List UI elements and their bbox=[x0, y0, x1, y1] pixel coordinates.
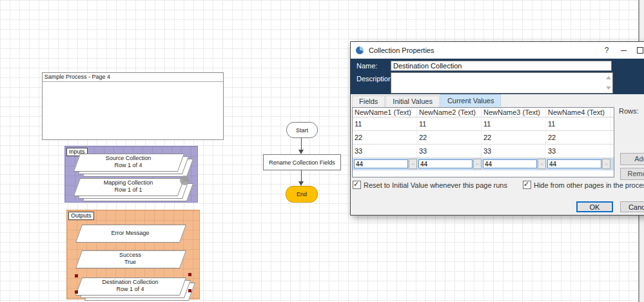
inputs-region[interactable]: Inputs Source Collection Row 1 of 4 Mapp… bbox=[64, 146, 198, 203]
selection-handle[interactable] bbox=[75, 290, 78, 294]
flow-connector bbox=[301, 137, 302, 150]
success-stage[interactable]: Success True bbox=[79, 250, 182, 267]
cell-value-input[interactable] bbox=[547, 159, 601, 168]
collection-row-indicator: Row 1 of 1 bbox=[77, 186, 180, 194]
maximize-icon bbox=[637, 47, 643, 54]
tab-fields[interactable]: Fields bbox=[352, 96, 385, 107]
edit-cell: .. bbox=[482, 159, 546, 169]
table-edit-row: .. .. .. .. bbox=[353, 158, 614, 170]
table-row[interactable]: 33 33 33 33 bbox=[353, 145, 614, 158]
name-label: Name: bbox=[356, 62, 377, 70]
grid-header-row: NewName1 (Text) NewName2 (Text) NewName3… bbox=[353, 108, 614, 117]
flow-connector bbox=[301, 170, 302, 182]
arrow-down-icon bbox=[298, 181, 304, 186]
dialog-header-panel: Name: Description: bbox=[351, 59, 644, 94]
cell[interactable]: 22 bbox=[353, 131, 417, 144]
edit-cell: .. bbox=[546, 159, 610, 169]
cell-value-input[interactable] bbox=[354, 159, 408, 168]
tab-current-values[interactable]: Current Values bbox=[440, 94, 502, 107]
checkbox-label: Reset to Initial Value whenever this pag… bbox=[364, 181, 507, 189]
edit-cell: .. bbox=[417, 159, 482, 169]
cell[interactable]: 33 bbox=[482, 145, 546, 157]
add-row-button[interactable]: Add bbox=[620, 153, 644, 165]
cell[interactable]: 33 bbox=[353, 145, 417, 157]
start-node-label: Start bbox=[296, 127, 308, 134]
data-item-value: True bbox=[79, 259, 182, 266]
scroll-up-icon[interactable] bbox=[606, 76, 611, 79]
mapping-collection-stage[interactable]: Mapping Collection Row 1 of 1 bbox=[77, 178, 180, 195]
destination-collection-stage[interactable]: Destination Collection Row 1 of 4 bbox=[79, 277, 182, 294]
cancel-button[interactable]: Cancel bbox=[620, 201, 644, 212]
checkbox-checked-icon bbox=[353, 181, 361, 189]
outputs-region[interactable]: Outputs Error Message Success True Desti… bbox=[66, 210, 200, 299]
description-input[interactable] bbox=[391, 72, 613, 94]
dialog-title: Collection Properties bbox=[369, 46, 598, 54]
properties-tabs: Fields Initial Values Current Values bbox=[352, 96, 502, 107]
hide-pages-checkbox[interactable]: Hide from other pages in the process bbox=[523, 181, 644, 189]
cell[interactable]: 11 bbox=[482, 117, 546, 130]
cell[interactable]: 11 bbox=[353, 117, 417, 130]
reset-initial-checkbox[interactable]: Reset to Initial Value whenever this pag… bbox=[353, 181, 507, 189]
cell[interactable]: 33 bbox=[546, 145, 610, 157]
selection-handle[interactable] bbox=[188, 289, 191, 292]
maximize-button[interactable] bbox=[632, 46, 644, 55]
ellipsis-button[interactable]: .. bbox=[602, 159, 610, 169]
cell[interactable]: 22 bbox=[482, 131, 546, 144]
minimize-button[interactable] bbox=[615, 46, 632, 55]
help-button[interactable]: ? bbox=[598, 46, 615, 55]
collection-row-indicator: Row 1 of 4 bbox=[77, 162, 180, 169]
data-item-title: Error Message bbox=[79, 230, 182, 237]
tab-initial-values[interactable]: Initial Values bbox=[385, 96, 440, 107]
checkbox-checked-icon bbox=[523, 181, 531, 189]
action-node-label: Rename Collection Fields bbox=[269, 159, 335, 166]
cell-value-input[interactable] bbox=[483, 159, 537, 168]
collection-properties-dialog: Collection Properties ? Name: Descriptio… bbox=[350, 41, 644, 216]
cell[interactable]: 22 bbox=[546, 131, 610, 144]
outputs-region-label: Outputs bbox=[68, 212, 94, 220]
selection-handle[interactable] bbox=[75, 274, 78, 277]
end-node-label: End bbox=[297, 191, 307, 197]
scroll-down-icon[interactable] bbox=[606, 86, 611, 90]
column-header[interactable]: NewName2 (Text) bbox=[417, 108, 482, 117]
description-label: Description: bbox=[356, 75, 394, 83]
cell[interactable]: 11 bbox=[546, 117, 610, 130]
options-row: Reset to Initial Value whenever this pag… bbox=[353, 181, 644, 189]
cell[interactable]: 33 bbox=[417, 145, 482, 157]
ellipsis-button[interactable]: .. bbox=[538, 159, 546, 169]
collection-row-indicator: Row 1 of 4 bbox=[79, 286, 182, 293]
data-item-title: Success bbox=[79, 252, 182, 259]
collection-icon bbox=[356, 46, 364, 54]
name-input[interactable] bbox=[391, 61, 612, 71]
process-page-box[interactable]: Sample Process - Page 4 bbox=[42, 72, 224, 140]
process-canvas: Sample Process - Page 4 Inputs Source Co… bbox=[0, 0, 644, 302]
cell-value-input[interactable] bbox=[418, 159, 473, 168]
selection-handle[interactable] bbox=[188, 273, 191, 276]
cell[interactable]: 22 bbox=[417, 131, 482, 144]
rows-label: Rows: bbox=[619, 107, 639, 115]
remove-row-button[interactable]: Remove bbox=[620, 168, 644, 180]
ok-button[interactable]: OK bbox=[576, 201, 613, 212]
collection-title: Source Collection bbox=[77, 155, 180, 162]
minimize-icon bbox=[621, 50, 627, 51]
table-row[interactable]: 11 11 11 11 bbox=[353, 117, 614, 131]
action-node[interactable]: Rename Collection Fields bbox=[263, 154, 341, 170]
drag-dot[interactable] bbox=[180, 176, 190, 185]
column-header[interactable]: NewName4 (Text) bbox=[546, 108, 610, 117]
values-grid: NewName1 (Text) NewName2 (Text) NewName3… bbox=[352, 107, 614, 177]
cell[interactable]: 11 bbox=[417, 117, 482, 130]
column-header[interactable]: NewName1 (Text) bbox=[353, 108, 417, 117]
ellipsis-button[interactable]: .. bbox=[409, 159, 417, 169]
collection-title: Mapping Collection bbox=[77, 179, 180, 186]
source-collection-stage[interactable]: Source Collection Row 1 of 4 bbox=[77, 154, 180, 170]
collection-title: Destination Collection bbox=[79, 279, 182, 286]
table-row[interactable]: 22 22 22 22 bbox=[353, 131, 614, 145]
error-message-stage[interactable]: Error Message bbox=[79, 225, 182, 241]
column-header[interactable]: NewName3 (Text) bbox=[482, 108, 546, 117]
end-node[interactable]: End bbox=[286, 186, 318, 203]
edit-cell: .. bbox=[353, 159, 417, 169]
start-node[interactable]: Start bbox=[286, 122, 318, 138]
process-page-title: Sample Process - Page 4 bbox=[43, 73, 223, 82]
arrow-down-icon bbox=[298, 150, 304, 154]
ellipsis-button[interactable]: .. bbox=[473, 159, 482, 169]
dialog-titlebar[interactable]: Collection Properties ? bbox=[351, 42, 644, 59]
